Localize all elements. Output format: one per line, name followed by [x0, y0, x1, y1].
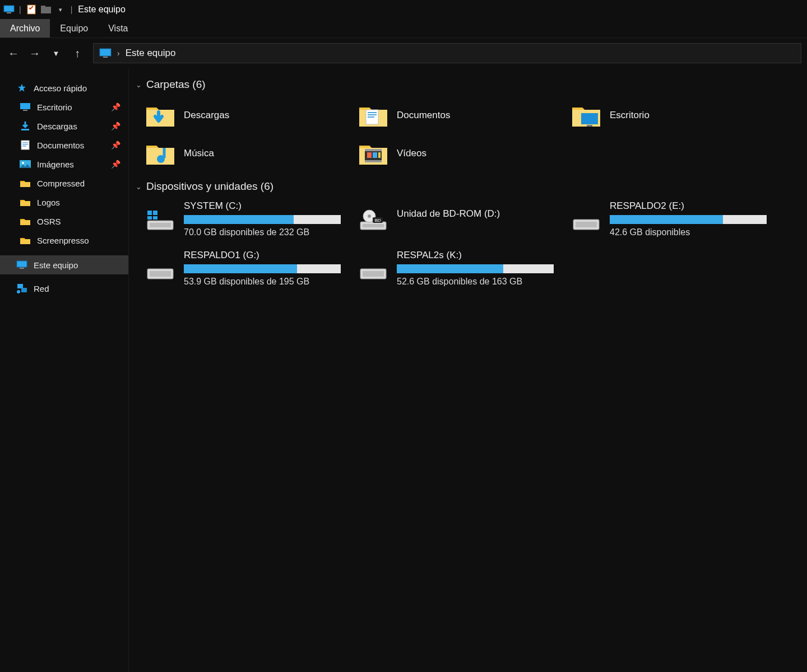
svg-rect-10 [21, 141, 29, 150]
sidebar-item-label: Descargas [37, 122, 77, 131]
svg-rect-49 [150, 271, 171, 277]
svg-rect-26 [587, 125, 592, 127]
sidebar-item-label: Escritorio [37, 102, 72, 112]
workspace: Acceso rápido Escritorio 📌 Descargas 📌 D… [0, 68, 807, 672]
address-root: Este equipo [126, 48, 176, 59]
drive-usage-fill [610, 215, 723, 224]
titlebar-separator2: | [69, 5, 74, 14]
drive-info: RESPALDO2 (E:) 42.6 GB disponibles [610, 200, 778, 237]
sidebar-item-label: Compressed [37, 179, 85, 188]
folder-item-escritorio[interactable]: Escritorio [571, 99, 778, 132]
drive-item-system-c[interactable]: SYSTEM (C:) 70.0 GB disponibles de 232 G… [145, 200, 352, 237]
star-icon [16, 82, 28, 94]
drive-usage-bar [184, 264, 341, 273]
drive-free-text: 70.0 GB disponibles de 232 GB [184, 227, 352, 237]
hdd-drive-icon [145, 256, 176, 283]
pc-icon [16, 259, 28, 271]
drive-name: RESPALDO1 (G:) [184, 250, 352, 261]
bdrom-drive-icon: BD [358, 207, 389, 234]
svg-rect-19 [21, 288, 27, 292]
svg-rect-29 [365, 149, 382, 151]
svg-rect-36 [147, 211, 152, 215]
nav-up-button[interactable]: ↑ [69, 45, 85, 61]
desktop-folder-icon [571, 102, 602, 129]
chevron-down-icon: ⌄ [136, 81, 142, 89]
svg-rect-2 [27, 5, 35, 14]
folder-item-videos[interactable]: Vídeos [358, 137, 565, 170]
sidebar-item-label: OSRS [37, 217, 61, 226]
sidebar-item-escritorio[interactable]: Escritorio 📌 [0, 97, 128, 116]
tab-vista[interactable]: Vista [98, 19, 138, 38]
folder-item-descargas[interactable]: Descargas [145, 99, 352, 132]
sidebar-quick-access[interactable]: Acceso rápido [0, 78, 128, 97]
group-header-drives-label: Dispositivos y unidades (6) [146, 180, 273, 193]
documents-folder-icon [358, 102, 389, 129]
sidebar-item-screenpresso[interactable]: Screenpresso [0, 231, 128, 250]
sidebar-item-label: Red [34, 284, 49, 293]
pin-icon: 📌 [111, 141, 120, 150]
folder-icon [19, 234, 31, 246]
drive-name: RESPALDO2 (E:) [610, 200, 778, 212]
qat-customize-icon[interactable]: ▾ [55, 4, 66, 15]
sidebar-item-label: Imágenes [37, 160, 74, 169]
svg-rect-7 [20, 103, 30, 109]
svg-point-43 [368, 214, 371, 218]
qat-properties-icon[interactable] [26, 4, 37, 15]
folder-icon [19, 177, 31, 189]
nav-row: ← → ▼ ↑ › Este equipo [0, 38, 807, 68]
folder-label: Vídeos [397, 148, 426, 159]
svg-point-20 [17, 290, 20, 293]
sidebar-item-compressed[interactable]: Compressed [0, 174, 128, 193]
pin-icon: 📌 [111, 102, 120, 111]
folder-item-documentos[interactable]: Documentos [358, 99, 565, 132]
drive-item-respaldo2-e[interactable]: RESPALDO2 (E:) 42.6 GB disponibles [571, 200, 778, 237]
drive-free-text: 42.6 GB disponibles [610, 227, 778, 237]
svg-rect-24 [368, 116, 374, 118]
tab-equipo[interactable]: Equipo [50, 19, 98, 38]
drive-item-bdrom-d[interactable]: BD Unidad de BD-ROM (D:) [358, 200, 565, 237]
drive-info: RESPAL2s (K:) 52.6 GB disponibles de 163… [397, 250, 565, 287]
nav-back-button[interactable]: ← [6, 45, 21, 61]
sidebar-item-descargas[interactable]: Descargas 📌 [0, 116, 128, 136]
group-header-drives[interactable]: ⌄ Dispositivos y unidades (6) [133, 177, 807, 200]
tab-archivo[interactable]: Archivo [0, 19, 50, 38]
svg-rect-6 [103, 57, 108, 58]
sidebar-item-documentos[interactable]: Documentos 📌 [0, 136, 128, 155]
sidebar-item-este-equipo[interactable]: Este equipo [0, 255, 128, 274]
folder-icon [19, 196, 31, 208]
svg-rect-23 [368, 114, 377, 115]
drive-name: SYSTEM (C:) [184, 200, 352, 212]
address-bar[interactable]: › Este equipo [93, 43, 801, 63]
qat-newfolder-icon[interactable] [40, 4, 52, 15]
sidebar-item-red[interactable]: Red [0, 279, 128, 298]
main-pane: ⌄ Carpetas (6) Descargas Documentos [129, 68, 807, 672]
drive-item-respaldo1-g[interactable]: RESPALDO1 (G:) 53.9 GB disponibles de 19… [145, 250, 352, 287]
pin-icon: 📌 [111, 122, 120, 130]
nav-forward-button[interactable]: → [27, 45, 43, 61]
svg-rect-0 [4, 6, 14, 12]
svg-rect-51 [363, 271, 384, 277]
videos-folder-icon [358, 140, 389, 167]
group-header-folders[interactable]: ⌄ Carpetas (6) [133, 75, 807, 99]
sidebar-item-logos[interactable]: Logos [0, 193, 128, 212]
folder-label: Documentos [397, 110, 450, 121]
folder-label: Música [184, 148, 214, 159]
window-title: Este equipo [77, 4, 126, 15]
nav-recent-button[interactable]: ▼ [48, 45, 64, 61]
titlebar: | ▾ | Este equipo [0, 0, 807, 19]
svg-rect-1 [7, 12, 11, 13]
svg-rect-25 [581, 113, 598, 124]
address-pc-icon [99, 48, 112, 58]
drive-free-text: 53.9 GB disponibles de 195 GB [184, 277, 352, 287]
sidebar-item-osrs[interactable]: OSRS [0, 212, 128, 231]
svg-rect-32 [373, 152, 377, 158]
app-icon [3, 4, 15, 15]
sidebar: Acceso rápido Escritorio 📌 Descargas 📌 D… [0, 68, 129, 672]
drive-usage-bar [610, 215, 767, 224]
drive-name: RESPAL2s (K:) [397, 250, 565, 261]
svg-rect-11 [22, 142, 28, 143]
folder-item-musica[interactable]: Música [145, 137, 352, 170]
sidebar-item-imagenes[interactable]: Imágenes 📌 [0, 155, 128, 174]
drive-item-respal2s-k[interactable]: RESPAL2s (K:) 52.6 GB disponibles de 163… [358, 250, 565, 287]
svg-rect-30 [365, 160, 382, 162]
